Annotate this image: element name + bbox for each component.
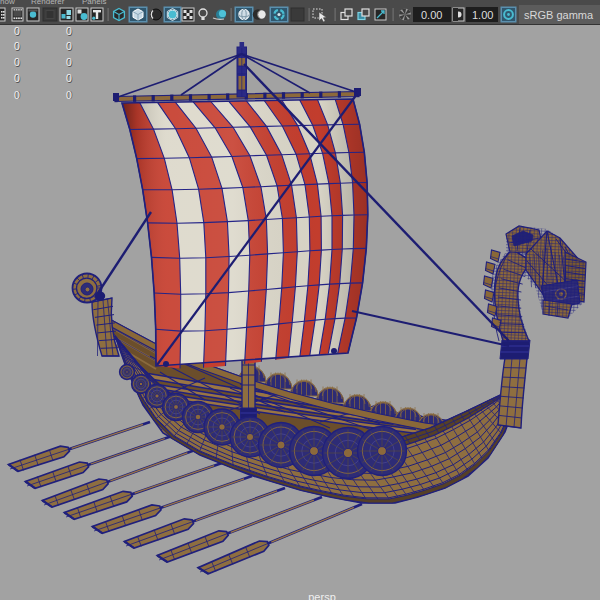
svg-text:0: 0 bbox=[14, 72, 20, 84]
svg-text:0: 0 bbox=[14, 89, 20, 101]
svg-text:Panels: Panels bbox=[82, 0, 106, 6]
svg-text:0: 0 bbox=[14, 40, 20, 52]
svg-text:Renderer: Renderer bbox=[31, 0, 65, 6]
svg-text:0: 0 bbox=[66, 56, 72, 68]
svg-text:1.00: 1.00 bbox=[472, 9, 493, 21]
svg-text:0: 0 bbox=[14, 56, 20, 68]
svg-text:0: 0 bbox=[14, 25, 20, 37]
svg-text:now: now bbox=[0, 0, 15, 6]
svg-text:sRGB gamma: sRGB gamma bbox=[524, 9, 594, 21]
svg-text:0.00: 0.00 bbox=[421, 9, 442, 21]
svg-text:0: 0 bbox=[66, 72, 72, 84]
svg-text:0: 0 bbox=[66, 25, 72, 37]
svg-text:0: 0 bbox=[66, 89, 72, 101]
svg-text:persp: persp bbox=[308, 591, 336, 600]
svg-text:0: 0 bbox=[66, 40, 72, 52]
